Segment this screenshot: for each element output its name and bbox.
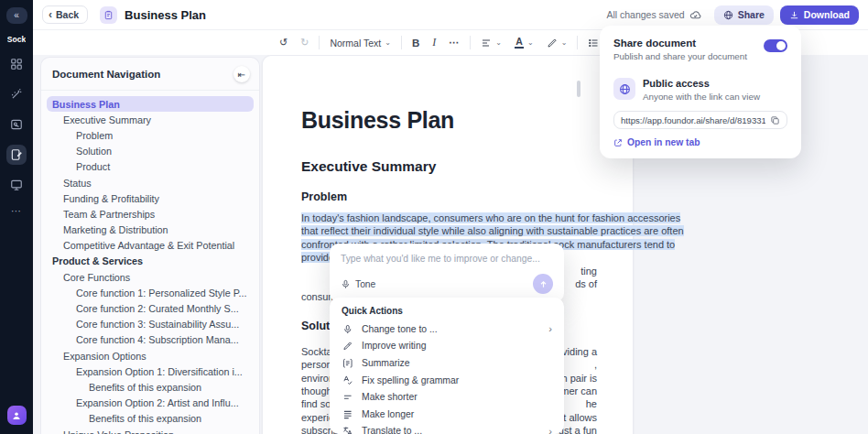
share-popup: Share document Publish and share your do… (600, 26, 801, 158)
spellcheck-icon (342, 374, 353, 385)
document-title: Business Plan (301, 107, 595, 134)
make-shorter-icon (342, 392, 353, 403)
quick-actions-menu: Quick Actions Change tone to ... › Impro… (330, 298, 564, 434)
sidebar-item-expansion-option-2[interactable]: Expansion Option 2: Artist and Influ... (47, 396, 254, 411)
publish-toggle[interactable] (764, 39, 787, 52)
sidebar-item-label: Core Functions (63, 272, 130, 283)
send-button[interactable] (533, 274, 553, 294)
sidebar-item-expansion-options[interactable]: Expansion Options (47, 348, 254, 363)
menu-item-fix-spelling[interactable]: Fix spelling & grammar (330, 372, 564, 389)
italic-button[interactable]: I (429, 34, 439, 51)
redo-button[interactable]: ↻ (298, 35, 311, 50)
bold-button[interactable]: B (409, 36, 422, 50)
share-popup-title: Share document (613, 38, 747, 49)
sidebar-item-funding[interactable]: Funding & Profitability (47, 190, 254, 206)
app-sidebar: « Sock ⋯ (0, 0, 33, 434)
download-label: Download (804, 9, 850, 20)
scrollbar-thumb[interactable] (577, 81, 580, 97)
text-line: In today's fashion landscape, consumers … (301, 212, 597, 224)
sidebar-item-label: Core function 3: Sustainability Assu... (76, 319, 239, 330)
sidebar-item-problem[interactable]: Problem (47, 127, 254, 143)
share-url-field[interactable]: https://app.foundor.ai/share/d/819331fc-… (613, 111, 787, 129)
globe-icon (723, 10, 733, 20)
presentation-icon[interactable] (6, 175, 27, 195)
sidebar-item-expansion-option-1[interactable]: Expansion Option 1: Diversification i... (47, 363, 254, 379)
text-color-dropdown[interactable]: A⌄ (512, 35, 537, 51)
sidebar-item-label: Core function 1: Personalized Style P... (76, 288, 246, 298)
paragraph-style-dropdown[interactable]: Normal Text⌄ (327, 36, 394, 50)
menu-item-translate[interactable]: Translate to ... › (330, 423, 564, 434)
tone-button[interactable]: Tone (341, 279, 375, 289)
sidebar-item-core-function-1[interactable]: Core function 1: Personalized Style P... (47, 285, 254, 300)
brand-icon[interactable] (6, 114, 27, 135)
sidebar-item-label: Unique Value Proposition (63, 429, 174, 434)
sidebar-item-team[interactable]: Team & Partnerships (47, 206, 254, 222)
text-color-icon: A (515, 37, 524, 49)
menu-item-make-shorter[interactable]: Make shorter (330, 388, 564, 406)
back-label: Back (56, 9, 79, 20)
sidebar-item-business-plan[interactable]: Business Plan (47, 96, 254, 112)
menu-item-change-tone[interactable]: Change tone to ... › (330, 320, 564, 338)
save-status: All changes saved (606, 9, 700, 21)
more-formatting-button[interactable]: ⋯ (446, 35, 462, 50)
menu-item-label: Summarize (362, 358, 410, 368)
bullet-list-icon (588, 38, 599, 49)
sidebar-item-benefits-2[interactable]: Benefits of this expansion (47, 411, 254, 427)
chevron-down-icon: ⌄ (385, 38, 391, 47)
sidebar-item-competitive-advantage[interactable]: Competitive Advantage & Exit Potential (47, 238, 254, 254)
sidebar-item-marketing[interactable]: Marketing & Distribution (47, 222, 254, 238)
align-dropdown[interactable]: ⌄ (478, 36, 505, 50)
sidebar-item-label: Product & Services (52, 255, 143, 266)
nav-item-list: Business Plan Executive Summary Problem … (41, 96, 259, 434)
dashboard-icon[interactable] (6, 54, 27, 74)
pen-icon (342, 341, 353, 352)
menu-item-summarize[interactable]: Summarize (330, 354, 564, 372)
sidebar-item-solution[interactable]: Solution (47, 144, 254, 159)
documents-icon[interactable] (6, 145, 27, 165)
chevron-right-icon: › (548, 323, 552, 334)
share-url-text: https://app.foundor.ai/share/d/819331fc-… (621, 115, 765, 125)
sidebar-item-benefits-1[interactable]: Benefits of this expansion (47, 379, 254, 395)
divider (41, 90, 259, 91)
sidebar-item-unique-value-proposition[interactable]: Unique Value Proposition (47, 427, 254, 434)
sidebar-item-core-function-2[interactable]: Core function 2: Curated Monthly S... (47, 300, 254, 316)
share-button[interactable]: Share (714, 5, 774, 25)
sidebar-item-product[interactable]: Product (47, 159, 254, 175)
sidebar-item-label: Core function 2: Curated Monthly S... (76, 303, 239, 314)
sidebar-item-label: Marketing & Distribution (63, 224, 168, 235)
highlight-dropdown[interactable]: ⌄ (544, 36, 570, 50)
chevron-down-icon: ⌄ (495, 38, 502, 47)
sidebar-item-core-function-4[interactable]: Core function 4: Subscription Mana... (47, 332, 254, 348)
heading-executive-summary: Executive Summary (301, 158, 595, 175)
sidebar-item-label: Executive Summary (63, 114, 151, 125)
collapse-appbar-button[interactable]: « (6, 7, 27, 24)
arrow-up-icon (538, 279, 548, 289)
ai-prompt-input[interactable]: Type what you'd like me to improve or ch… (341, 254, 553, 264)
tone-label: Tone (355, 279, 375, 289)
open-in-new-tab-link[interactable]: Open in new tab (613, 137, 787, 147)
sidebar-item-core-functions[interactable]: Core Functions (47, 269, 254, 285)
menu-item-label: Translate to ... (362, 426, 422, 434)
summarize-icon (342, 358, 353, 369)
header-actions: All changes saved Share Download (606, 5, 859, 25)
document-type-icon (100, 6, 117, 24)
public-access-title: Public access (643, 78, 760, 89)
sidebar-item-label: Product (76, 161, 110, 172)
download-button[interactable]: Download (780, 5, 859, 25)
menu-item-label: Fix spelling & grammar (362, 375, 459, 385)
undo-button[interactable]: ↺ (277, 35, 290, 50)
heading-problem: Problem (301, 190, 595, 203)
sidebar-item-product-services[interactable]: Product & Services (47, 254, 254, 269)
profile-avatar[interactable] (7, 406, 27, 425)
sidebar-item-core-function-3[interactable]: Core function 3: Sustainability Assu... (47, 317, 254, 332)
sidebar-item-status[interactable]: Status (47, 175, 254, 190)
more-icon[interactable]: ⋯ (11, 205, 22, 217)
menu-item-make-longer[interactable]: Make longer (330, 406, 564, 423)
ai-wand-icon[interactable] (6, 84, 27, 104)
copy-icon[interactable] (770, 115, 780, 125)
back-button[interactable]: ‹ Back (42, 5, 88, 24)
menu-item-label: Improve writing (362, 341, 426, 351)
menu-item-improve-writing[interactable]: Improve writing (330, 338, 564, 355)
sidebar-item-executive-summary[interactable]: Executive Summary (47, 112, 254, 127)
collapse-nav-icon[interactable]: ⇤ (233, 66, 250, 82)
